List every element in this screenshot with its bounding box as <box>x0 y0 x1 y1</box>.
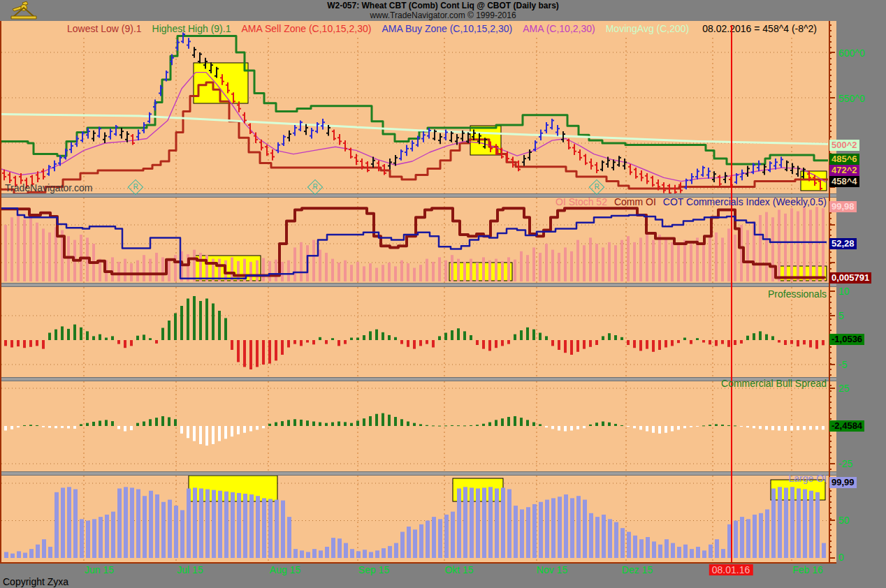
month-label: Jun 15 <box>85 564 114 575</box>
month-label: Feb 16 <box>792 564 823 575</box>
price-panel[interactable] <box>0 21 829 193</box>
plot-bottom-axis <box>0 562 836 564</box>
prof-panel-label[interactable]: Professionals <box>768 288 827 300</box>
bull-value-tag: -2,4584 <box>829 420 864 432</box>
cot-value-tag: 52,28 <box>829 238 857 249</box>
month-label: Nov 15 <box>537 564 567 575</box>
oi-axis-label: 50 <box>838 515 850 526</box>
bull-panel-label[interactable]: Commercial Bull Spread <box>721 378 827 389</box>
professionals-panel[interactable] <box>0 287 829 377</box>
tradenavigator-watermark: TradeNavigator.com <box>5 182 93 193</box>
highest-high-9-line <box>0 36 828 164</box>
oi-value-tag: 99,99 <box>829 477 857 488</box>
cot-value-tag: 99,98 <box>829 201 857 212</box>
tradenavigator-window: W2-057: Wheat CBT (Comb) Cont Liq @ CBOT… <box>0 0 886 588</box>
legend-item-4[interactable]: AMA (C,10,2,30) <box>523 23 595 34</box>
chart-subtitle: www.TradeNavigator.com © 1999-2016 <box>0 10 886 20</box>
oi-axis-label: 0 <box>838 552 844 563</box>
cot-commercials-panel[interactable] <box>0 198 829 283</box>
main-axis-label: 600^0 <box>838 47 865 59</box>
bull-chart-svg <box>0 381 829 471</box>
legend-item-0[interactable]: Lowest Low (9).1 <box>67 23 142 34</box>
cot-value-tag: 0,005791 <box>829 272 871 284</box>
commercial-bull-spread-panel[interactable] <box>0 381 829 471</box>
prof-axis-label: 5 <box>838 310 844 321</box>
oi-panel-label[interactable]: Large OI <box>789 473 827 484</box>
large-oi-panel[interactable] <box>0 476 829 562</box>
month-label: Jul 15 <box>177 564 203 575</box>
main-legend: Lowest Low (9).1Highest High (9).1AMA Se… <box>67 23 817 34</box>
legend-item-2[interactable]: AMA Sell Zone (C,10,15,2,30) <box>241 23 371 34</box>
panel-separator[interactable] <box>0 471 836 476</box>
main-value-tag: 458^4 <box>829 176 859 187</box>
month-label: Okt 15 <box>444 564 473 575</box>
bull-axis-label: -25 <box>838 458 852 469</box>
main-value-tag: 500^2 <box>829 140 859 151</box>
legend-item-3[interactable]: AMA Buy Zone (C,10,15,2,30) <box>382 23 512 34</box>
month-label: Sep 15 <box>358 564 389 575</box>
date-cursor-line[interactable] <box>731 25 732 562</box>
cursor-quote: 08.02.2016 = 458^4 (-8^2) <box>702 23 817 34</box>
bull-axis-label: 25 <box>838 383 850 394</box>
copyright: Copyright Zyxa <box>3 576 68 587</box>
cot-panel-legend: OI Stoch 52Comm OICOT Commercials Index … <box>555 196 827 207</box>
main-axis-label: 550^0 <box>838 93 865 104</box>
oi-chart-svg <box>0 476 829 562</box>
main-chart-svg <box>0 21 829 193</box>
plot-left-border <box>0 21 1 562</box>
cot-chart-svg <box>0 198 829 283</box>
chart-title: W2-057: Wheat CBT (Comb) Cont Liq @ CBOT… <box>0 1 886 10</box>
prof-axis-label: -5 <box>838 359 847 370</box>
month-label: Dez 15 <box>622 564 653 575</box>
prof-axis-label: 10 <box>838 286 850 297</box>
prof-chart-svg <box>0 287 829 377</box>
legend-item-5[interactable]: MovingAvg (C,200) <box>606 23 690 34</box>
cursor-date-label: 08.01.16 <box>709 564 753 575</box>
cot-legend-item-0[interactable]: OI Stoch 52 <box>555 196 607 207</box>
cot-legend-item-2[interactable]: COT Commercials Index (Weekly,0.5) <box>663 196 827 207</box>
main-value-tag: 472^2 <box>829 165 859 176</box>
legend-item-1[interactable]: Highest High (9).1 <box>152 23 231 34</box>
cot-legend-item-1[interactable]: Comm OI <box>614 196 656 207</box>
prof-value-tag: -1,0536 <box>829 334 864 345</box>
month-label: Aug 15 <box>270 564 300 575</box>
panel-separator[interactable] <box>0 377 836 381</box>
title-bar: W2-057: Wheat CBT (Comb) Cont Liq @ CBOT… <box>0 0 886 21</box>
panel-separator[interactable] <box>0 283 836 287</box>
main-value-tag: 485^6 <box>829 154 859 165</box>
